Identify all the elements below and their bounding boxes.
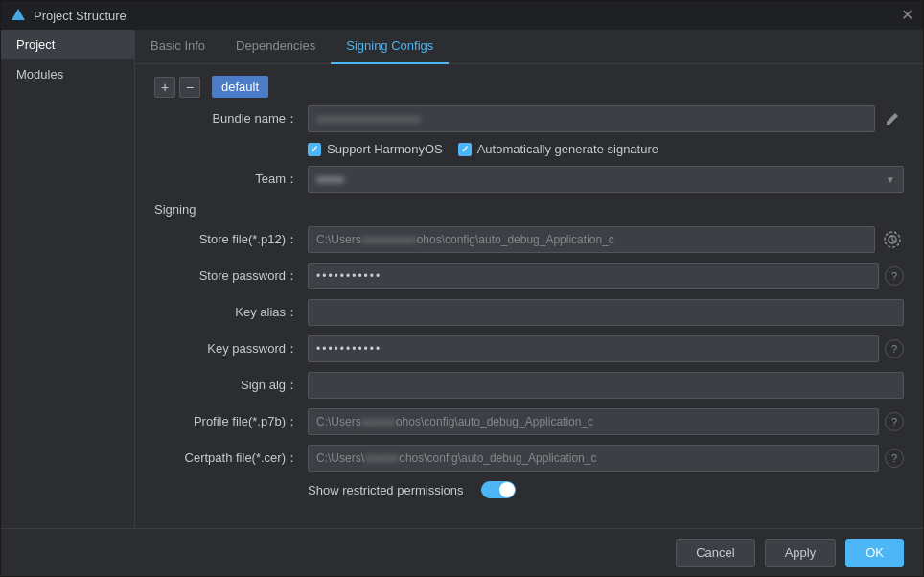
tab-basic-info[interactable]: Basic Info (135, 30, 220, 64)
ok-button[interactable]: OK (845, 539, 904, 567)
default-config-item[interactable]: default (212, 76, 268, 98)
show-restricted-row: Show restricted permissions (308, 481, 904, 498)
show-restricted-label: Show restricted permissions (308, 483, 474, 497)
certpath-file-row: Certpath file(*.cer)： C:\Users\●●●●●ohos… (154, 445, 904, 472)
profile-file-row: Profile file(*.p7b)： C:\Users●●●●●ohos\c… (154, 408, 904, 435)
store-file-label: Store file(*.p12)： (154, 231, 308, 248)
bundle-name-field: ●●●●●●●●●●●●●●● (308, 105, 904, 132)
sidebar-item-modules-label: Modules (16, 67, 63, 81)
key-password-row: Key password： ? (154, 335, 904, 362)
support-harmonyos-checkbox[interactable]: ✓ Support HarmonyOS (308, 142, 443, 156)
sidebar-item-modules[interactable]: Modules (1, 59, 134, 89)
team-row: Team： ●●●● ▼ (154, 166, 904, 193)
key-alias-label: Key alias： (154, 304, 308, 321)
sidebar-item-project-label: Project (16, 37, 55, 52)
apply-button[interactable]: Apply (765, 539, 837, 567)
certpath-file-field: C:\Users\●●●●●ohos\config\auto_debug_App… (308, 445, 904, 472)
support-harmonyos-check-box: ✓ (308, 143, 321, 156)
profile-file-help-icon[interactable]: ? (885, 412, 904, 431)
profile-file-label: Profile file(*.p7b)： (154, 413, 308, 430)
profile-file-field: C:\Users●●●●●ohos\config\auto_debug_Appl… (308, 408, 904, 435)
key-password-field: ? (308, 335, 904, 362)
svg-marker-0 (12, 9, 25, 20)
remove-config-button[interactable]: − (179, 77, 200, 98)
show-restricted-toggle[interactable] (481, 481, 516, 498)
cancel-button[interactable]: Cancel (676, 539, 754, 567)
key-password-help-icon[interactable]: ? (885, 339, 904, 358)
store-password-row: Store password： ? (154, 263, 904, 289)
content-area: Project Modules Basic Info Dependencies … (1, 30, 923, 528)
sign-alg-input[interactable]: SHA256withECDSA (308, 372, 904, 399)
toggle-knob (499, 482, 515, 497)
certpath-file-help-icon[interactable]: ? (885, 449, 904, 468)
team-field: ●●●● ▼ (308, 166, 904, 193)
key-alias-row: Key alias： debugKey (154, 299, 904, 326)
bundle-name-edit-icon[interactable] (881, 107, 904, 130)
store-password-field: ? (308, 263, 904, 289)
team-dropdown[interactable]: ●●●● ▼ (308, 166, 904, 193)
app-icon (11, 8, 26, 23)
sign-alg-label: Sign alg： (154, 377, 308, 394)
bottom-bar: Cancel Apply OK (1, 528, 923, 576)
certpath-file-label: Certpath file(*.cer)： (154, 450, 308, 467)
dialog-title: Project Structure (34, 9, 127, 23)
project-structure-dialog: Project Structure ✕ Project Modules Basi… (0, 0, 924, 577)
store-file-row: Store file(*.p12)： C:\Users●●●●●●●●ohos\… (154, 226, 904, 253)
store-file-field: C:\Users●●●●●●●●ohos\config\auto_debug_A… (308, 226, 904, 253)
title-bar-left: Project Structure (11, 8, 127, 23)
team-label: Team： (154, 171, 308, 188)
key-alias-field: debugKey (308, 299, 904, 326)
signing-content: + − default Bundle name： ●●●●●●●●●●●●●●● (135, 64, 923, 528)
bundle-name-input[interactable]: ●●●●●●●●●●●●●●● (308, 105, 875, 132)
sidebar-item-project[interactable]: Project (1, 30, 134, 59)
certpath-file-input[interactable]: C:\Users\●●●●●ohos\config\auto_debug_App… (308, 445, 879, 472)
title-bar: Project Structure ✕ (1, 1, 923, 30)
tab-dependencies[interactable]: Dependencies (220, 30, 331, 64)
bundle-name-label: Bundle name： (154, 110, 308, 127)
config-toolbar: + − default (154, 76, 904, 98)
signing-section: Signing (154, 202, 904, 217)
sign-alg-field: SHA256withECDSA (308, 372, 904, 399)
store-password-help-icon[interactable]: ? (885, 266, 904, 286)
key-password-label: Key password： (154, 340, 308, 358)
tab-signing-configs[interactable]: Signing Configs (331, 30, 449, 64)
tabs-bar: Basic Info Dependencies Signing Configs (135, 30, 923, 64)
auto-generate-check-box: ✓ (458, 143, 472, 156)
main-panel: Basic Info Dependencies Signing Configs … (135, 30, 923, 528)
key-alias-input[interactable]: debugKey (308, 299, 904, 326)
key-password-input[interactable] (308, 335, 879, 362)
dropdown-arrow-icon: ▼ (886, 174, 895, 185)
auto-generate-label: Automatically generate signature (477, 142, 658, 156)
store-file-fingerprint-icon[interactable] (881, 228, 904, 251)
checkbox-row: ✓ Support HarmonyOS ✓ Automatically gene… (308, 142, 904, 156)
add-config-button[interactable]: + (154, 77, 175, 98)
store-password-input[interactable] (308, 263, 879, 289)
profile-file-input[interactable]: C:\Users●●●●●ohos\config\auto_debug_Appl… (308, 408, 879, 435)
auto-generate-signature-checkbox[interactable]: ✓ Automatically generate signature (458, 142, 658, 156)
sidebar: Project Modules (1, 30, 135, 528)
signing-title: Signing (154, 202, 904, 217)
close-button[interactable]: ✕ (901, 8, 913, 23)
store-password-label: Store password： (154, 267, 308, 285)
support-harmonyos-label: Support HarmonyOS (327, 142, 443, 156)
bundle-name-row: Bundle name： ●●●●●●●●●●●●●●● (154, 105, 904, 132)
sign-alg-row: Sign alg： SHA256withECDSA (154, 372, 904, 399)
store-file-input[interactable]: C:\Users●●●●●●●●ohos\config\auto_debug_A… (308, 226, 875, 253)
